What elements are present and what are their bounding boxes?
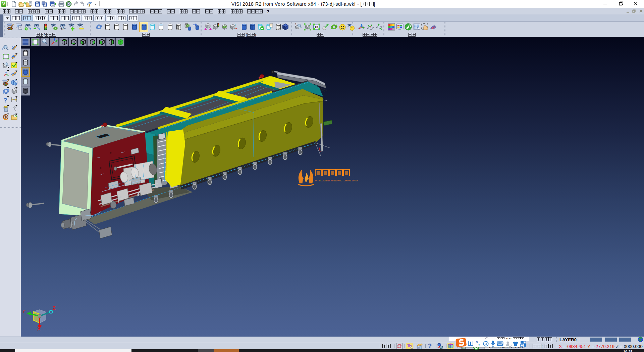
svg-text:1:1: 1:1 [315,26,319,29]
svg-text:?: ? [3,97,7,104]
svg-text:±: ± [295,23,297,26]
svg-text:±: ± [3,62,4,65]
svg-text:−: − [235,27,237,30]
svg-text:10: 10 [418,347,421,349]
svg-text:7: 7 [509,344,511,347]
svg-text:+/−: +/− [60,27,66,31]
